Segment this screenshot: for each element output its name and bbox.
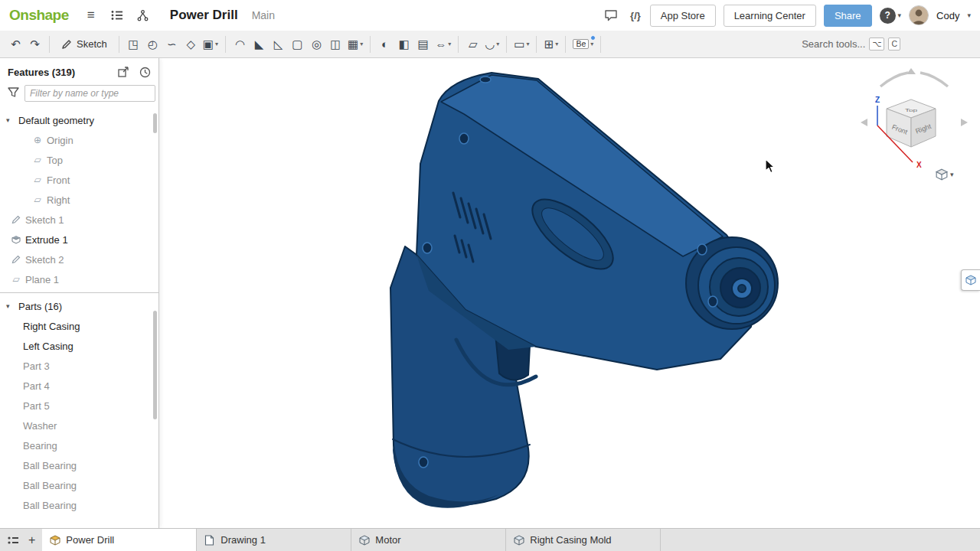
workspace-name[interactable]: Main [252,9,275,21]
draft-button[interactable]: ◺ [269,34,288,54]
feature-row[interactable]: ▱Right [0,190,158,210]
tab-motor[interactable]: Motor [351,529,506,551]
featurescript-code-icon[interactable]: {/} [629,5,642,25]
top-bar: Onshape ≡ Power Drill Main {/} App Store… [0,0,980,31]
undo-button[interactable]: ↶ [6,34,25,54]
shell-icon: ▢ [292,38,302,50]
feature-row[interactable]: ⊕Origin [0,130,158,150]
user-avatar[interactable] [909,5,929,25]
help-menu[interactable]: ? ▾ [880,8,902,24]
transform-button[interactable]: ⇔▾ [433,34,453,54]
feature-label: Right [47,194,70,206]
z-axis-label: Z [875,96,880,104]
sweep-button[interactable]: ∽ [162,34,181,54]
versions-icon[interactable] [133,5,153,25]
view-options-button[interactable]: ▾ [936,168,954,181]
viewcube-top-label[interactable]: Top [905,107,918,112]
part-row[interactable]: Ball Bearing [0,495,158,515]
feature-filter-input[interactable] [24,85,155,102]
dropdown-caret-icon[interactable]: ▾ [448,41,451,47]
parts-scrollbar[interactable] [153,311,157,419]
onshape-logo[interactable]: Onshape [9,7,69,24]
revolve-button[interactable]: ◴ [143,34,162,54]
hole-button[interactable]: ◎ [307,34,326,54]
user-name[interactable]: Cody [936,10,959,21]
main-menu-icon[interactable]: ≡ [81,5,101,25]
add-tab-button[interactable]: + [28,533,35,547]
move-face-button[interactable]: ▤ [413,34,433,54]
search-tools[interactable]: Search tools... ⌥ C [802,37,900,51]
plane-button[interactable]: ▭▾ [511,34,531,54]
part-row[interactable]: Right Casing [0,316,158,336]
dropdown-caret-icon[interactable]: ▾ [360,41,363,47]
part-row[interactable]: Part 3 [0,356,158,376]
feature-row[interactable]: Sketch 1 [0,210,158,230]
chevron-down-icon[interactable]: ▾ [6,302,18,310]
dropdown-caret-icon[interactable]: ▾ [215,41,218,47]
linear-pattern-button[interactable]: ▦▾ [345,34,365,54]
part-row[interactable]: Part 5 [0,396,158,416]
share-button[interactable]: Share [824,5,872,27]
fillet-button[interactable]: ◠ [230,34,250,54]
create-folder-icon[interactable] [116,65,131,79]
part-row[interactable]: Washer [0,416,158,435]
boolean-button[interactable]: ◐ [375,34,394,54]
part-row[interactable]: Bearing [0,435,158,455]
dropdown-caret-icon[interactable]: ▾ [526,41,529,47]
feature-group-row[interactable]: ▾Default geometry [0,110,158,130]
part-label: Ball Bearing [23,480,77,491]
extrude-button[interactable]: ◳ [124,34,143,54]
app-store-button[interactable]: App Store [650,5,716,27]
rollback-history-icon[interactable] [137,65,152,79]
part-studio-icon [514,535,524,546]
part-row[interactable]: Ball Bearing [0,475,158,495]
sheet-metal-icon: ⊞ [544,38,554,50]
sheet-metal-button[interactable]: ⊞▾ [541,34,560,54]
loft-button[interactable]: ◇ [181,34,201,54]
shell-button[interactable]: ▢ [288,34,307,54]
feature-row[interactable]: Sketch 2 [0,249,158,269]
part-label: Ball Bearing [23,460,77,471]
feature-row[interactable]: ▱Top [0,150,158,170]
user-menu-caret-icon[interactable]: ▾ [967,12,971,19]
part-row[interactable]: Ball Bearing [0,455,158,475]
feature-row[interactable]: ▱Front [0,170,158,190]
dropdown-caret-icon[interactable]: ▾ [496,41,499,47]
drill-body [416,73,756,370]
tab-manager-icon[interactable] [7,535,19,546]
search-tools-label: Search tools... [802,38,865,50]
dropdown-caret-icon[interactable]: ▾ [590,41,593,47]
view-cube[interactable]: Top Front Right Z X [856,66,972,182]
feature-row[interactable]: ▱Plane 1 [0,269,158,289]
chamfer-icon: ◣ [255,38,264,50]
graphics-area[interactable]: Features (319) ▾Default geometry⊕Origin▱… [0,58,980,528]
surface-button[interactable]: ▱ [463,34,482,54]
learning-center-button[interactable]: Learning Center [724,5,816,27]
document-panel-icon[interactable] [107,5,127,25]
feature-label: Sketch 2 [25,254,64,266]
filter-funnel-icon[interactable] [8,87,19,99]
chamfer-button[interactable]: ◣ [250,34,269,54]
mirror-button[interactable]: ◫ [326,34,345,54]
features-scrollbar[interactable] [153,113,157,133]
parts-group-row[interactable]: ▾ Parts (16) [0,296,158,316]
split-button[interactable]: ◧ [394,34,413,54]
part-row[interactable]: Left Casing [0,336,158,356]
featurescript-be-button[interactable]: Be▾ [570,34,596,54]
dropdown-caret-icon[interactable]: ▾ [555,41,558,47]
chevron-down-icon[interactable]: ▾ [6,116,18,124]
redo-icon: ↷ [30,38,40,50]
curve-button[interactable]: ◡▾ [482,34,501,54]
sketch-button[interactable]: Sketch [54,34,114,54]
help-icon[interactable]: ? [880,8,896,24]
thicken-button[interactable]: ▣▾ [201,34,220,54]
parts-flyout-toggle[interactable] [961,269,980,291]
tab-drawing-1[interactable]: Drawing 1 [197,529,351,551]
feature-row[interactable]: Extrude 1 [0,230,158,249]
tab-right-casing-mold[interactable]: Right Casing Mold [506,529,661,551]
surface-icon: ▱ [469,38,478,50]
part-row[interactable]: Part 4 [0,376,158,396]
comments-icon[interactable] [601,5,621,25]
tab-power-drill[interactable]: Power Drill [42,529,197,551]
redo-button[interactable]: ↷ [25,34,44,54]
